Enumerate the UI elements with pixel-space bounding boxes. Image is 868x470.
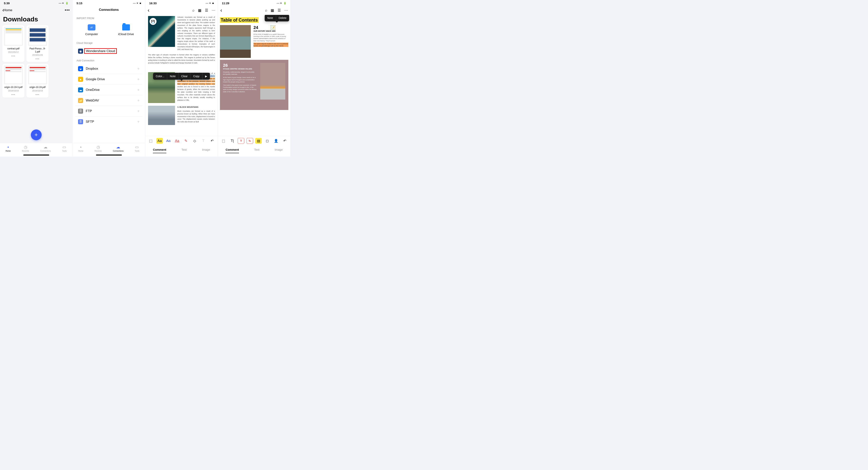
callout-tool[interactable]: T▸ xyxy=(247,138,253,144)
menu-note[interactable]: Note xyxy=(167,73,179,80)
more-icon[interactable]: ⋯ xyxy=(284,8,288,12)
file-more-button[interactable]: ••• xyxy=(35,57,39,60)
connection-sftp[interactable]: 🗄SFTP+ xyxy=(75,117,142,127)
menu-color[interactable]: Color... xyxy=(153,73,167,80)
search-icon[interactable]: ⌕ xyxy=(265,8,267,12)
status-icons: ···· ᯤ ■ xyxy=(206,2,214,5)
textbox-tool[interactable]: T xyxy=(238,138,244,144)
underline-tool[interactable]: Aa xyxy=(174,138,180,144)
file-card[interactable]: origin-10.19-3.pdf 2018/10/19 ••• xyxy=(2,64,25,98)
document-body[interactable]: 💾 Volcanic mountains are formed as a res… xyxy=(145,15,218,136)
shape-tool[interactable]: ◻ xyxy=(264,138,271,144)
list-icon[interactable]: ☰ xyxy=(278,8,281,12)
section-body: At the brink of daylight on a quaint Van… xyxy=(253,33,288,42)
add-button[interactable]: + xyxy=(31,129,42,140)
eraser-tool[interactable]: ◇ xyxy=(191,138,198,144)
tab-recents[interactable]: ◷Recents xyxy=(95,145,102,152)
select-tool[interactable]: ⬚ xyxy=(148,138,154,144)
add-icon[interactable]: + xyxy=(137,77,140,82)
back-button[interactable]: ‹Home xyxy=(2,7,12,13)
connection-dropbox[interactable]: ⬙Dropbox+ xyxy=(75,63,142,74)
stamp-tool[interactable]: 👤 xyxy=(273,138,279,144)
connection-google-drive[interactable]: ▲Google Drive+ xyxy=(75,74,142,85)
text-cursor-tool[interactable]: T| xyxy=(229,138,236,144)
pen-tool[interactable]: ✎ xyxy=(183,138,189,144)
home-indicator[interactable] xyxy=(96,154,122,155)
back-button[interactable]: ‹ xyxy=(148,7,149,13)
file-more-button[interactable]: ••• xyxy=(11,93,16,96)
note-annotation-icon[interactable]: 📝 xyxy=(271,25,275,30)
mode-tabs: Comment Text Image xyxy=(145,146,218,157)
add-icon[interactable]: + xyxy=(137,109,140,113)
file-more-button[interactable]: ••• xyxy=(35,93,39,96)
undo-button[interactable]: ↶ xyxy=(209,138,215,144)
strikethrough-tool[interactable]: Aa xyxy=(165,138,172,144)
text-tool[interactable]: T xyxy=(200,138,207,144)
connection-webdav[interactable]: 📁WebDAV+ xyxy=(75,95,142,106)
service-label: OneDrive xyxy=(86,88,137,92)
mode-comment[interactable]: Comment xyxy=(153,148,166,153)
file-card[interactable]: contract.pdf 2022/05/12 ••• xyxy=(2,25,25,62)
search-icon[interactable]: ⌕ xyxy=(192,8,194,12)
file-more-button[interactable]: ••• xyxy=(11,54,16,58)
tool-row: ⬚ Aa Aa Aa ✎ ◇ T ↶ xyxy=(145,136,218,146)
tab-tools[interactable]: ▭Tools xyxy=(62,145,67,152)
connection-ftp[interactable]: 🗄FTP+ xyxy=(75,106,142,117)
connection-onedrive[interactable]: ☁OneDrive+ xyxy=(75,85,142,95)
grid-icon[interactable]: ▦ xyxy=(198,8,202,12)
add-icon[interactable]: + xyxy=(137,120,140,124)
clock-icon: ◷ xyxy=(96,145,100,149)
back-button[interactable]: ‹ xyxy=(220,7,222,13)
document-body[interactable]: Note Delete Table of Contents 📝 24 OUR H… xyxy=(218,15,290,136)
text-highlight[interactable]: The space may be modest in size but it i… xyxy=(253,42,288,47)
file-thumbnail xyxy=(4,27,23,46)
note-tool[interactable]: ▤ xyxy=(255,138,262,144)
menu-clear[interactable]: Clear xyxy=(179,73,190,80)
menu-note[interactable]: Note xyxy=(265,15,276,22)
menu-copy[interactable]: Copy xyxy=(190,73,203,80)
list-icon[interactable]: ☰ xyxy=(205,8,208,12)
mode-text[interactable]: Text xyxy=(181,148,187,153)
tab-home[interactable]: ▪Home xyxy=(6,145,11,152)
tab-tools[interactable]: ▭Tools xyxy=(135,145,140,152)
more-button[interactable]: ••• xyxy=(65,8,70,12)
document-text: Volcanic mountains are formed as a resul… xyxy=(177,16,215,51)
undo-button[interactable]: ↶ xyxy=(281,138,288,144)
menu-more[interactable]: ▶ xyxy=(203,73,210,80)
add-icon[interactable]: + xyxy=(137,88,140,92)
grid-icon[interactable]: ▦ xyxy=(271,8,274,12)
add-icon[interactable]: + xyxy=(137,66,140,71)
design-band: 26 HYGGE-CENTRIC DESIGN VALUES Simplicit… xyxy=(220,60,288,102)
nav-bar: ‹ ⌕ ▦ ☰ ⋯ xyxy=(145,6,218,15)
menu-delete[interactable]: Delete xyxy=(276,15,289,22)
add-icon[interactable]: + xyxy=(137,98,140,103)
status-bar: 16:33 ···· ᯤ ■ xyxy=(145,0,218,6)
file-date: 2019/01/26 xyxy=(32,54,43,56)
highlight-tool[interactable]: Aa xyxy=(156,138,163,144)
tab-connections[interactable]: ☁Connections xyxy=(113,145,124,152)
toc-heading: Table of Contents xyxy=(220,17,259,23)
service-label: Dropbox xyxy=(86,67,137,70)
section-body: Simplicity, craftsmanship, elegant funct… xyxy=(223,71,257,75)
import-computer[interactable]: Computer xyxy=(75,21,108,39)
page-title: Connections xyxy=(81,8,137,12)
wondershare-cloud-item[interactable]: ◉ Wondershare Cloud xyxy=(75,46,142,56)
service-icon: 🗄 xyxy=(78,109,83,114)
save-icon[interactable]: 💾 xyxy=(150,18,157,25)
tab-recents[interactable]: ◷Recents xyxy=(22,145,29,152)
tab-home[interactable]: ▪Home xyxy=(78,145,84,152)
file-card[interactable]: origin-10.19.pdf 2018/10/19 ••• xyxy=(26,64,49,98)
file-card[interactable]: Paul-Ponso...9-1.pdf 2019/01/26 ••• xyxy=(26,25,49,62)
mode-text[interactable]: Text xyxy=(254,148,259,153)
home-indicator[interactable] xyxy=(23,154,49,155)
select-tool[interactable]: ⬚ xyxy=(220,138,227,144)
more-icon[interactable]: ⋯ xyxy=(212,8,215,12)
mode-comment[interactable]: Comment xyxy=(225,148,239,153)
section-number: 26 xyxy=(223,63,257,68)
mode-image[interactable]: Image xyxy=(202,148,210,153)
context-menu: Color... Note Clear Copy ▶ xyxy=(153,73,210,80)
import-icloud[interactable]: iCloud Drive xyxy=(110,21,143,39)
time: 5:15 xyxy=(76,2,82,5)
tab-connections[interactable]: ☁Connections xyxy=(40,145,51,152)
mode-image[interactable]: Image xyxy=(275,148,283,153)
